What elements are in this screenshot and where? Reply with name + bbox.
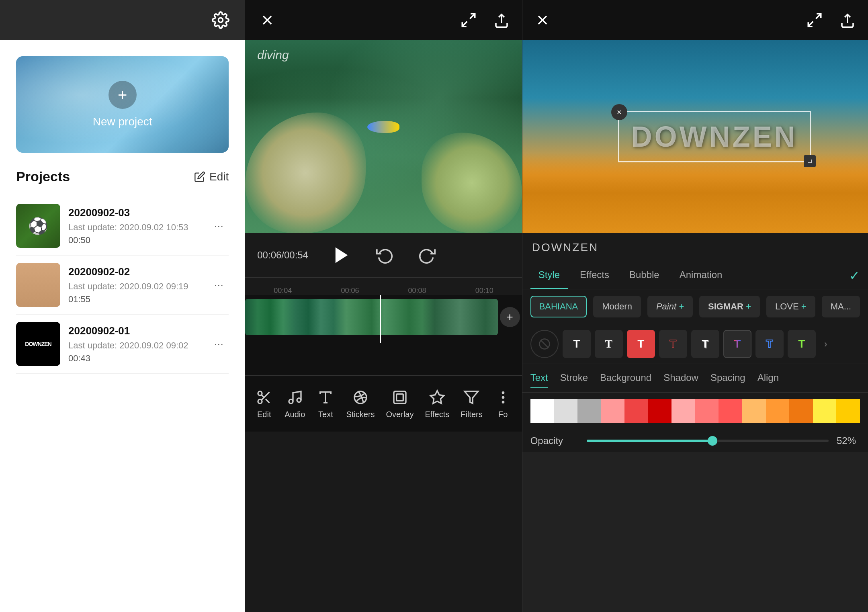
tab-style[interactable]: Style <box>530 262 568 289</box>
stickers-tool[interactable]: Stickers <box>340 384 380 423</box>
color-dark-orange[interactable] <box>789 399 813 423</box>
color-yellow[interactable] <box>813 399 837 423</box>
text-editor-panel: Style Effects Bubble Animation ✓ BAHIANA… <box>522 233 868 612</box>
edit-tool[interactable]: Edit <box>249 384 279 423</box>
expand-button[interactable] <box>460 12 477 29</box>
settings-button[interactable] <box>209 8 233 32</box>
font-preset-paint[interactable]: Paint + <box>647 296 693 317</box>
tab-bubble[interactable]: Bubble <box>621 262 667 289</box>
text-resize-handle[interactable] <box>804 155 816 167</box>
prop-tab-stroke[interactable]: Stroke <box>560 368 588 388</box>
stickers-tool-label: Stickers <box>346 410 375 419</box>
overlay-tool[interactable]: Overlay <box>381 384 420 423</box>
svg-point-23 <box>502 401 504 403</box>
text-style-serif[interactable]: T <box>595 330 623 358</box>
color-dark-red[interactable] <box>648 399 672 423</box>
svg-line-3 <box>470 14 475 18</box>
edit-projects-button[interactable]: Edit <box>194 170 229 183</box>
coral-scene <box>245 40 522 233</box>
prop-tab-align[interactable]: Align <box>757 368 779 388</box>
font-preset-love[interactable]: LOVE + <box>766 296 815 317</box>
prop-tab-text[interactable]: Text <box>530 368 548 388</box>
color-orange[interactable] <box>766 399 790 423</box>
opacity-thumb[interactable] <box>708 436 717 446</box>
font-preset-modern[interactable]: Modern <box>593 296 641 317</box>
play-button[interactable] <box>331 245 352 266</box>
tab-effects[interactable]: Effects <box>572 262 617 289</box>
filters-tool[interactable]: Filters <box>455 384 488 423</box>
timeline-track[interactable]: + <box>245 295 522 343</box>
text-style-outline[interactable]: T <box>659 330 687 358</box>
color-pink[interactable] <box>601 399 624 423</box>
project-name: 20200902-03 <box>68 207 201 219</box>
coral-decoration-2 <box>422 133 522 233</box>
text-tool[interactable]: Text <box>311 384 340 423</box>
right-expand-button[interactable] <box>806 12 823 29</box>
text-close-button[interactable]: × <box>611 104 627 120</box>
audio-tool[interactable]: Audio <box>279 384 311 423</box>
undo-button[interactable] <box>376 246 394 264</box>
svg-point-8 <box>258 399 262 403</box>
text-style-blue-outline[interactable]: T <box>755 330 784 358</box>
project-item[interactable]: DOWNZEN 20200902-01 Last update: 2020.09… <box>16 315 229 374</box>
project-more-button[interactable]: ··· <box>209 334 229 354</box>
playback-row: 00:06/00:54 <box>245 233 522 277</box>
style-confirm-check[interactable]: ✓ <box>849 268 860 283</box>
text-style-filled[interactable]: T <box>627 330 655 358</box>
no-style-icon <box>538 338 551 350</box>
overlay-icon <box>391 388 409 407</box>
project-more-button[interactable]: ··· <box>209 216 229 236</box>
svg-line-4 <box>462 22 467 27</box>
color-salmon[interactable] <box>695 399 719 423</box>
font-preset-bahiana[interactable]: BAHIANA <box>530 296 587 317</box>
right-video-preview: × DOWNZEN <box>522 40 868 233</box>
text-style-green-icon: T <box>798 338 805 350</box>
color-white[interactable] <box>530 399 554 423</box>
prop-tab-shadow[interactable]: Shadow <box>663 368 698 388</box>
project-item[interactable]: ⚽ 20200902-03 Last update: 2020.09.02 10… <box>16 196 229 256</box>
no-style-button[interactable] <box>530 330 559 358</box>
color-gray[interactable] <box>577 399 601 423</box>
project-more-button[interactable]: ··· <box>209 275 229 295</box>
redo-icon <box>418 246 436 264</box>
right-share-button[interactable] <box>839 12 856 29</box>
text-style-bold[interactable]: T <box>563 330 591 358</box>
middle-top-bar <box>245 0 522 40</box>
text-style-shadow[interactable]: T <box>691 330 719 358</box>
prop-tab-background[interactable]: Background <box>600 368 651 388</box>
more-tool[interactable]: Fo <box>488 384 518 423</box>
ruler-tick: 00:06 <box>316 287 383 295</box>
opacity-slider[interactable] <box>587 440 829 442</box>
tab-animation[interactable]: Animation <box>671 262 731 289</box>
project-thumbnail: ⚽ <box>16 204 60 248</box>
font-preset-ma[interactable]: MA... <box>822 296 860 317</box>
color-light-orange[interactable] <box>742 399 766 423</box>
right-close-button[interactable] <box>534 12 551 28</box>
close-button[interactable] <box>257 10 277 30</box>
redo-button[interactable] <box>418 246 436 264</box>
svg-rect-17 <box>394 391 406 403</box>
text-properties-tabs: Text Stroke Background Shadow Spacing Al… <box>522 364 868 392</box>
add-track-button[interactable]: + <box>500 307 520 327</box>
color-coral[interactable] <box>719 399 742 423</box>
text-overlay-box[interactable]: × DOWNZEN <box>618 111 811 162</box>
undo-icon <box>376 246 394 264</box>
font-preset-sigmar[interactable]: SIGMAR + <box>699 296 760 317</box>
color-gold[interactable] <box>836 399 860 423</box>
svg-marker-20 <box>465 391 478 403</box>
color-red-mid[interactable] <box>624 399 648 423</box>
color-light-gray[interactable] <box>554 399 577 423</box>
color-light-pink[interactable] <box>671 399 695 423</box>
downzen-thumbnail: DOWNZEN <box>16 322 60 366</box>
text-style-multicolor[interactable]: T <box>723 330 751 358</box>
prop-tab-spacing[interactable]: Spacing <box>710 368 745 388</box>
project-item[interactable]: 20200902-02 Last update: 2020.09.02 09:1… <box>16 256 229 315</box>
effects-tool[interactable]: Effects <box>419 384 455 423</box>
ruler-tick: 00:04 <box>249 287 316 295</box>
video-overlay-text: diving <box>257 48 289 62</box>
share-button[interactable] <box>493 12 510 29</box>
text-style-filled-icon: T <box>637 338 644 350</box>
text-input-field[interactable] <box>532 241 858 254</box>
new-project-card[interactable]: + New project <box>16 56 229 153</box>
text-style-green[interactable]: T <box>788 330 816 358</box>
